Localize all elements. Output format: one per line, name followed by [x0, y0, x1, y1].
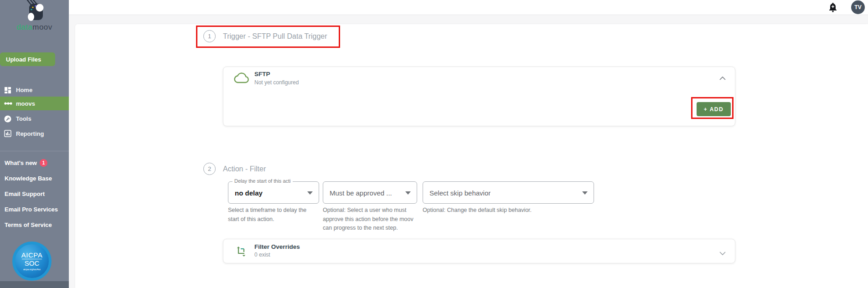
sidebar: datamoov Upload Files Home moovs [0, 0, 69, 288]
sftp-card-title: SFTP [254, 71, 270, 77]
wrench-icon [4, 115, 12, 123]
delay-helper-text: Select a timeframe to delay the start of… [228, 206, 317, 224]
link-label: What's new [5, 159, 37, 166]
sidebar-item-reporting[interactable]: Reporting [0, 127, 69, 140]
sidebar-item-label: moovs [16, 100, 35, 107]
step1-number: 1 [208, 33, 211, 40]
sidebar-item-moovs[interactable]: moovs [0, 97, 69, 110]
step1-number-circle: 1 [203, 30, 216, 42]
sidebar-link-knowledge-base[interactable]: Knowledge Base [5, 174, 52, 183]
sidebar-footer-strip [0, 281, 69, 288]
brand-name-primary: data [16, 23, 32, 31]
approval-select[interactable]: Must be approved ... [323, 181, 417, 204]
delay-select[interactable]: no delay [228, 181, 319, 204]
brand-name-secondary: moov [32, 23, 52, 31]
brand-wordmark: datamoov [0, 23, 69, 32]
skip-behavior-select[interactable]: Select skip behavior [423, 181, 594, 204]
dashboard-icon [4, 87, 12, 94]
sidebar-divider [0, 151, 69, 151]
top-bar: TV [69, 0, 868, 15]
sftp-card-subtitle: Not yet configured [254, 79, 299, 86]
sidebar-item-label: Reporting [16, 130, 44, 137]
annotation-box-add-button: + ADD [691, 97, 734, 119]
step2-number: 2 [208, 165, 211, 172]
sidebar-link-whats-new[interactable]: What's new 1 [5, 158, 47, 167]
brand-logo-icon [19, 0, 46, 26]
sidebar-link-email-support[interactable]: Email Support [5, 189, 45, 198]
link-label: Email Pro Services [5, 206, 58, 213]
chevron-up-icon[interactable] [719, 74, 726, 82]
link-label: Knowledge Base [5, 175, 52, 182]
approval-select-value: Must be approved ... [330, 182, 392, 204]
cloud-icon [233, 72, 250, 87]
avatar-initials: TV [854, 4, 861, 10]
soc-badge-line2: SOC [22, 259, 42, 267]
chevron-down-icon[interactable] [719, 249, 726, 257]
upload-files-button[interactable]: Upload Files [0, 52, 55, 66]
crop-overrides-icon [235, 245, 248, 260]
delay-select-value: no delay [235, 182, 263, 204]
add-button[interactable]: + ADD [697, 102, 731, 116]
filter-overrides-card[interactable]: Filter Overrides 0 exist [223, 239, 735, 263]
bar-chart-icon [4, 130, 12, 137]
moovs-dots-icon [4, 101, 12, 106]
link-label: Terms of Service [5, 221, 52, 228]
step2-number-circle: 2 [203, 163, 216, 175]
dropdown-arrow-icon [307, 191, 313, 195]
aicpa-soc-badge: AICPA SOC aicpa.org/soc4so [12, 242, 52, 281]
step1-label: Trigger - SFTP Pull Data Trigger [223, 32, 327, 41]
step2-label: Action - Filter [223, 165, 266, 173]
link-label: Email Support [5, 190, 45, 197]
sidebar-item-home[interactable]: Home [0, 83, 69, 97]
sidebar-item-tools[interactable]: Tools [0, 112, 69, 125]
skip-helper-text: Optional: Change the default skip behavi… [423, 206, 614, 215]
sftp-trigger-card: SFTP Not yet configured + ADD [223, 67, 735, 126]
avatar[interactable]: TV [851, 0, 865, 14]
app-root: TV datamoov Upload Files [0, 0, 868, 288]
sidebar-link-terms-of-service[interactable]: Terms of Service [5, 220, 52, 229]
overrides-card-subtitle: 0 exist [254, 252, 270, 258]
soc-badge-line1: AICPA [21, 252, 42, 259]
dropdown-arrow-icon [405, 191, 411, 195]
sidebar-item-label: Tools [16, 115, 31, 122]
overrides-card-title: Filter Overrides [254, 243, 300, 250]
soc-badge-line3: aicpa.org/soc4so [23, 268, 41, 271]
skip-behavior-select-value: Select skip behavior [429, 182, 491, 204]
notification-bell-icon[interactable] [827, 2, 838, 13]
sidebar-link-email-pro-services[interactable]: Email Pro Services [5, 205, 58, 214]
sidebar-item-label: Home [16, 87, 32, 93]
dropdown-arrow-icon [582, 191, 588, 195]
whats-new-count-badge: 1 [40, 159, 47, 167]
approval-helper-text: Optional: Select a user who must approve… [323, 206, 421, 233]
delay-select-label: Delay the start of this acti [232, 178, 293, 184]
